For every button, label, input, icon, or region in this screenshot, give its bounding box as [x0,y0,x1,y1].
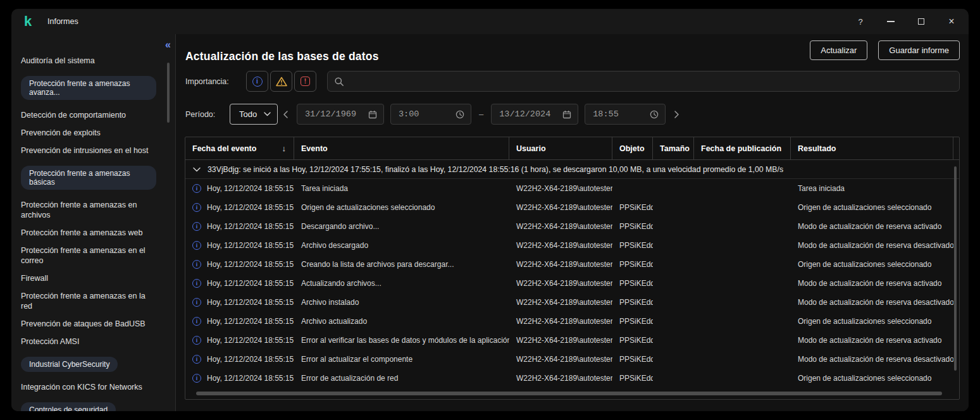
sort-desc-icon[interactable]: ↓ [282,144,287,153]
table-row[interactable]: iHoy, 12/12/2024 18:55:15Descargando arc… [185,217,959,236]
cell-gutter [953,369,960,388]
column-header-fecha-publicacion[interactable]: Fecha de publicación [694,137,791,159]
cell-object: PPSiKEdq [612,255,653,274]
column-header-tamano[interactable]: Tamaño [653,137,694,159]
info-icon: i [192,317,201,326]
filter-info-button[interactable]: i [246,71,268,92]
page-title: Actualización de las bases de datos [185,50,379,63]
info-icon: i [192,336,201,345]
sidebar-item[interactable]: Detección de comportamiento [21,106,156,124]
table-row[interactable]: iHoy, 12/12/2024 18:55:15Creando la list… [185,255,959,274]
date-to-field[interactable]: 13/12/2024 [491,104,578,125]
sidebar-section-badge[interactable]: Protección frente a amenazas básicas [21,166,156,190]
cell-date: iHoy, 12/12/2024 18:55:15 [185,350,294,369]
table-row[interactable]: iHoy, 12/12/2024 18:55:15Error de actual… [185,369,959,388]
period-preset-select[interactable]: Todo [230,104,278,125]
sidebar-item[interactable]: Integración con KICS for Networks [21,378,156,396]
table-row[interactable]: iHoy, 12/12/2024 18:55:15Actualizando ar… [185,274,959,293]
sidebar-item[interactable]: Protección frente a amenazas en archivos [21,196,156,224]
table-row[interactable]: iHoy, 12/12/2024 18:55:15Archivo descarg… [185,236,959,255]
cell-result: Origen de actualizaciones seleccionado [791,312,953,331]
chevron-down-icon [264,112,271,116]
column-header-usuario[interactable]: Usuario [509,137,612,159]
table-row[interactable]: iHoy, 12/12/2024 18:55:15Error al actual… [185,350,959,369]
info-icon: i [192,184,201,193]
column-header-evento[interactable]: Evento [294,137,509,159]
minimize-glyph [887,21,895,22]
period-next-icon[interactable] [674,111,679,118]
table-row[interactable]: iHoy, 12/12/2024 18:55:15Archivo actuali… [185,312,959,331]
search-input[interactable] [349,77,953,86]
period-preset-value: Todo [239,109,257,119]
table-horizontal-scrollbar[interactable] [196,392,942,395]
cell-object: PPSiKEdq [612,236,653,255]
sidebar-section-badge[interactable]: Protección frente a amenazas avanza... [21,76,156,100]
minimize-icon[interactable] [885,16,896,27]
sidebar-item[interactable]: Firewall [21,269,156,287]
cell-size [653,331,694,350]
close-icon[interactable]: × [946,16,957,27]
sidebar-section-badge[interactable]: Industrial CyberSecurity [21,357,118,372]
cell-event: Archivo descargado [294,236,509,255]
column-label: Usuario [516,144,546,153]
cell-published [694,369,791,388]
clock-icon [456,110,464,119]
collapse-sidebar-icon[interactable]: « [165,39,170,51]
event-date: Hoy, 12/12/2024 18:55:15 [207,260,294,269]
cell-object: PPSiKEdq [612,369,653,388]
sidebar-section-badge[interactable]: Controles de seguridad [21,402,116,411]
sidebar-item[interactable]: Protección AMSI [21,333,156,350]
info-icon: i [192,241,201,250]
sidebar-item[interactable]: Protección frente a amenazas web [21,224,156,242]
maximize-icon[interactable] [915,16,927,27]
cell-result: Modo de actualización de reserva activad… [791,274,953,293]
cell-user: W22H2-X64-2189\autotester [509,331,612,350]
critical-icon: ! [301,77,310,86]
date-from-field[interactable]: 31/12/1969 [297,104,384,125]
sidebar-item[interactable]: Auditoría del sistema [21,52,156,70]
cell-date: iHoy, 12/12/2024 18:55:15 [185,236,294,255]
save-report-button[interactable]: Guardar informe [878,40,960,60]
table-row[interactable]: iHoy, 12/12/2024 18:55:15Archivo instala… [185,293,959,312]
search-box[interactable] [327,71,960,92]
refresh-button[interactable]: Actualizar [810,40,867,60]
cell-user: W22H2-X64-2189\autotester [509,217,612,236]
column-header-objeto[interactable]: Objeto [612,137,653,159]
time-from-field[interactable]: 3:00 [390,104,471,125]
column-header-resultado[interactable]: Resultado [791,137,953,159]
column-label: Fecha del evento [192,144,256,153]
cell-result: Modo de actualización de reserva desacti… [791,293,953,312]
cell-published [694,331,791,350]
cell-object: PPSiKEdq [612,331,653,350]
chevron-down-icon[interactable] [193,167,201,172]
sidebar-item[interactable]: Protección frente a amenazas en el corre… [21,242,156,269]
cell-event: Descargando archivo... [294,217,509,236]
column-header-fecha-del-evento[interactable]: Fecha del evento ↓ [185,137,294,159]
help-icon[interactable]: ? [855,16,866,27]
event-date: Hoy, 12/12/2024 18:55:15 [207,374,294,383]
sidebar-item[interactable]: Prevención de intrusiones en el host [21,142,156,159]
time-to-field[interactable]: 18:55 [585,104,666,125]
table-row[interactable]: iHoy, 12/12/2024 18:55:15Origen de actua… [185,198,959,217]
period-prev-icon[interactable] [283,111,288,118]
sidebar-item[interactable]: Prevención de exploits [21,124,156,142]
sidebar-item[interactable]: Protección frente a amenazas en la red [21,287,156,315]
event-date: Hoy, 12/12/2024 18:55:15 [207,222,294,231]
sidebar-item[interactable]: Prevención de ataques de BadUSB [21,315,156,333]
info-icon: i [192,222,201,231]
cell-user: W22H2-X64-2189\autotester [509,369,612,388]
table-row[interactable]: iHoy, 12/12/2024 18:55:15Tarea iniciadaW… [185,179,959,198]
event-date: Hoy, 12/12/2024 18:55:15 [207,203,294,212]
filter-critical-button[interactable]: ! [294,71,316,92]
table-row[interactable]: iHoy, 12/12/2024 18:55:15Error al verifi… [185,331,959,350]
sidebar-scrollbar[interactable] [167,63,170,123]
group-row-summary: 33VjBdjg: se inició a las Hoy, 12/12/202… [208,165,783,174]
window-title: Informes [47,17,78,26]
cell-event: Origen de actualizaciones seleccionado [294,198,509,217]
cell-result: Modo de actualización de reserva activad… [791,331,953,350]
table-body: iHoy, 12/12/2024 18:55:15Tarea iniciadaW… [185,179,959,388]
group-row[interactable]: 33VjBdjg: se inició a las Hoy, 12/12/202… [185,160,959,179]
table-vertical-scrollbar[interactable] [954,166,957,371]
cell-result: Origen de actualizaciones seleccionado [791,198,953,217]
filter-warning-button[interactable] [270,71,292,92]
